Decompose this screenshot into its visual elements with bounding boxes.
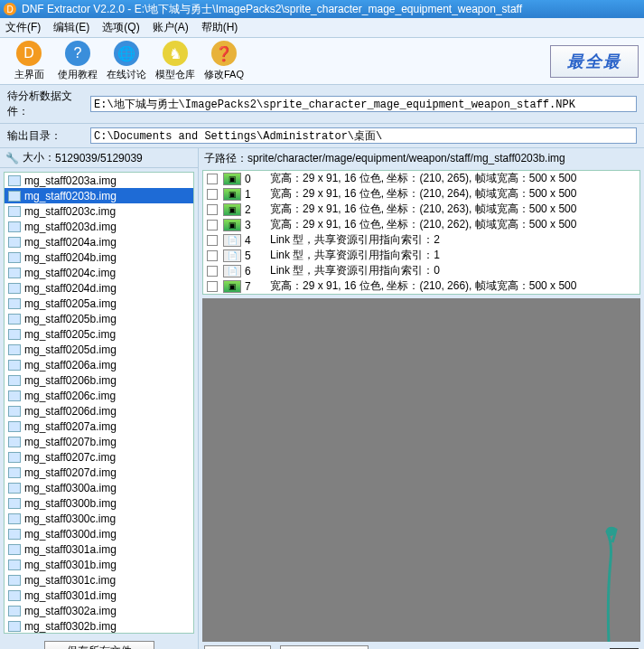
save-image-button[interactable]: 保存图片 <box>204 645 271 650</box>
file-name: mg_staff0300b.img <box>24 497 117 510</box>
frame-row[interactable]: ▣0宽高：29 x 91, 16 位色, 坐标：(210, 265), 帧域宽高… <box>203 171 639 186</box>
file-item[interactable]: mg_staff0204d.img <box>5 280 193 296</box>
save-all-button[interactable]: 保存所有文件 <box>44 641 154 649</box>
file-icon <box>8 513 21 524</box>
file-item[interactable]: mg_staff0205a.img <box>5 296 193 311</box>
frame-checkbox[interactable] <box>207 266 218 277</box>
file-item[interactable]: mg_staff0300c.img <box>5 511 193 526</box>
file-icon <box>8 206 21 217</box>
file-item[interactable]: mg_staff0206d.img <box>5 403 193 419</box>
frame-row[interactable]: 📄4Link 型，共享资源引用指向索引：2 <box>203 232 639 248</box>
frame-checkbox[interactable] <box>207 189 218 200</box>
file-item[interactable]: mg_staff0207b.img <box>5 434 193 449</box>
tool-label: 修改FAQ <box>204 68 244 81</box>
frame-checkbox[interactable] <box>207 204 218 215</box>
frame-row[interactable]: ▣2宽高：29 x 91, 16 位色, 坐标：(210, 263), 帧域宽高… <box>203 202 639 217</box>
file-item[interactable]: mg_staff0302a.img <box>5 603 193 618</box>
file-item[interactable]: mg_staff0204c.img <box>5 265 193 280</box>
frame-row[interactable]: ▣1宽高：29 x 91, 16 位色, 坐标：(210, 264), 帧域宽高… <box>203 186 639 202</box>
file-item[interactable]: mg_staff0205c.img <box>5 326 193 342</box>
file-icon <box>8 467 21 478</box>
file-item[interactable]: mg_staff0207c.img <box>5 449 193 465</box>
file-item[interactable]: mg_staff0207d.img <box>5 465 193 480</box>
file-icon <box>8 452 21 463</box>
file-name: mg_staff0204d.img <box>24 282 117 295</box>
file-item[interactable]: mg_staff0302b.img <box>5 618 193 634</box>
file-item[interactable]: mg_staff0300d.img <box>5 526 193 541</box>
toolbar-button[interactable]: ♞模型仓库 <box>152 41 199 81</box>
frame-info: Link 型，共享资源引用指向索引：0 <box>270 263 639 278</box>
frame-checkbox[interactable] <box>207 235 218 246</box>
toolbar-button[interactable]: 🌐在线讨论 <box>103 41 150 81</box>
file-item[interactable]: mg_staff0203b.img <box>5 188 193 203</box>
file-icon <box>8 437 21 447</box>
file-item[interactable]: mg_staff0301b.img <box>5 557 193 572</box>
frame-row[interactable]: 📄6Link 型，共享资源引用指向索引：0 <box>203 263 639 278</box>
input-path-row: 待分析数据文件： <box>0 85 644 124</box>
file-item[interactable]: mg_staff0301d.img <box>5 588 193 603</box>
file-item[interactable]: mg_staff0205b.img <box>5 311 193 326</box>
tool-icon: D <box>16 41 42 66</box>
frame-thumb-icon: ▣ <box>223 203 241 216</box>
file-name: mg_staff0301b.img <box>24 559 117 571</box>
frame-row[interactable]: 📄5Link 型，共享资源引用指向索引：1 <box>203 248 639 263</box>
file-item[interactable]: mg_staff0203a.img <box>5 173 193 188</box>
file-item[interactable]: mg_staff0205d.img <box>5 342 193 357</box>
frame-checkbox[interactable] <box>207 220 218 230</box>
frame-index: 7 <box>245 280 270 293</box>
input-path-field[interactable] <box>90 96 637 112</box>
frame-index: 3 <box>245 219 270 231</box>
toolbar: D主界面?使用教程🌐在线讨论♞模型仓库❓修改FAQ 最全最 <box>0 38 644 85</box>
file-item[interactable]: mg_staff0206a.img <box>5 357 193 372</box>
file-item[interactable]: mg_staff0300b.img <box>5 495 193 511</box>
file-icon <box>8 360 21 371</box>
promo-button[interactable]: 最全最 <box>550 45 639 78</box>
file-name: mg_staff0205b.img <box>24 313 117 325</box>
bottom-bar: 保存图片 图片位置复位 ✓ 按实际坐标显示 背景/透明： <box>199 644 644 649</box>
reset-position-button[interactable]: 图片位置复位 <box>280 645 369 650</box>
toolbar-button[interactable]: ❓修改FAQ <box>201 41 247 81</box>
file-name: mg_staff0207d.img <box>24 466 117 479</box>
frame-checkbox[interactable] <box>207 281 218 292</box>
output-path-field[interactable] <box>90 127 637 144</box>
frame-checkbox[interactable] <box>207 174 218 184</box>
toolbar-button[interactable]: D主界面 <box>5 41 52 81</box>
file-item[interactable]: mg_staff0300a.img <box>5 480 193 495</box>
tool-label: 使用教程 <box>58 68 98 81</box>
frame-list[interactable]: ▣0宽高：29 x 91, 16 位色, 坐标：(210, 265), 帧域宽高… <box>202 170 640 295</box>
file-item[interactable]: mg_staff0204a.img <box>5 234 193 249</box>
toolbar-button[interactable]: ?使用教程 <box>54 41 101 81</box>
frame-info: 宽高：29 x 91, 16 位色, 坐标：(210, 265), 帧域宽高：5… <box>270 171 639 186</box>
menu-item[interactable]: 选项(Q) <box>102 20 139 35</box>
file-icon <box>8 575 21 586</box>
menu-item[interactable]: 编辑(E) <box>53 20 89 35</box>
frame-row[interactable]: ▣7宽高：29 x 91, 16 位色, 坐标：(210, 266), 帧域宽高… <box>203 278 639 294</box>
frame-row[interactable]: ▣3宽高：29 x 91, 16 位色, 坐标：(210, 262), 帧域宽高… <box>203 217 639 232</box>
preview-area[interactable] <box>202 298 640 642</box>
right-panel: 子路径： sprite/character/mage/equipment/wea… <box>199 148 644 649</box>
frame-checkbox[interactable] <box>207 250 218 261</box>
file-icon <box>8 344 21 355</box>
menu-item[interactable]: 文件(F) <box>5 20 41 35</box>
file-item[interactable]: mg_staff0301c.img <box>5 572 193 588</box>
size-value: 5129039/5129039 <box>55 152 143 165</box>
output-path-label: 输出目录： <box>7 128 90 144</box>
file-item[interactable]: mg_staff0206c.img <box>5 388 193 403</box>
file-item[interactable]: mg_staff0207a.img <box>5 419 193 434</box>
menu-item[interactable]: 帮助(H) <box>201 20 238 35</box>
subpath-bar: 子路径： sprite/character/mage/equipment/wea… <box>199 148 644 168</box>
frame-info: 宽高：29 x 91, 16 位色, 坐标：(210, 264), 帧域宽高：5… <box>270 186 639 202</box>
file-name: mg_staff0300d.img <box>24 528 117 541</box>
menu-item[interactable]: 账户(A) <box>153 20 189 35</box>
file-icon <box>8 283 21 294</box>
menu-bar: 文件(F)编辑(E)选项(Q)账户(A)帮助(H) <box>0 18 644 38</box>
file-item[interactable]: mg_staff0301a.img <box>5 541 193 557</box>
file-item[interactable]: mg_staff0204b.img <box>5 249 193 265</box>
file-name: mg_staff0301d.img <box>24 589 117 602</box>
file-item[interactable]: mg_staff0203c.img <box>5 203 193 219</box>
file-list[interactable]: mg_staff0203a.imgmg_staff0203b.imgmg_sta… <box>4 172 194 634</box>
file-name: mg_staff0301a.img <box>24 543 117 556</box>
file-item[interactable]: mg_staff0206b.img <box>5 372 193 388</box>
file-item[interactable]: mg_staff0203d.img <box>5 219 193 234</box>
app-icon: D <box>4 3 16 15</box>
